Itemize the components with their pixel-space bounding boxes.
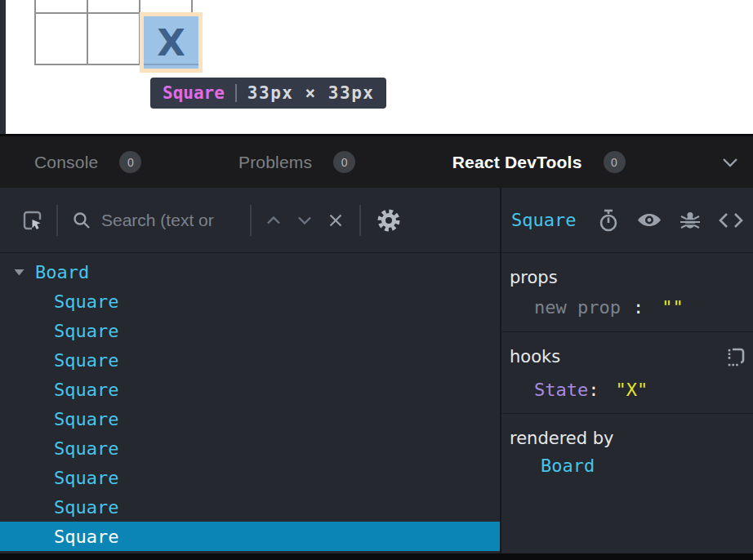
inspect-tooltip: Square 33px × 33px	[150, 78, 386, 109]
owner-link-board[interactable]: Board	[541, 456, 595, 476]
tree-row-square[interactable]: Square	[0, 492, 500, 522]
tab[interactable]: React DevTools 0	[452, 151, 626, 173]
tree-row-label: Square	[54, 438, 118, 459]
eye-inspect-dom-icon[interactable]	[637, 211, 662, 229]
bottom-strip	[0, 553, 753, 560]
tree-row-label: Square	[54, 291, 118, 312]
tooltip-component-name: Square	[163, 83, 225, 103]
new-prop-value-input[interactable]: ""	[662, 297, 684, 318]
tree-row-square[interactable]: Square	[0, 287, 500, 316]
tree-row-label: Square	[54, 409, 118, 429]
new-prop-row: new prop : ""	[510, 297, 743, 318]
tree-row-label: Square	[54, 321, 118, 341]
tree-row-board[interactable]: Board	[0, 257, 500, 287]
expand-triangle-icon[interactable]	[14, 269, 25, 276]
hook-value-input[interactable]: "X"	[615, 380, 648, 400]
bug-log-icon[interactable]	[679, 210, 701, 231]
hooks-section-title: hooks	[510, 347, 743, 367]
search-icon	[72, 211, 91, 230]
parse-hook-names-icon[interactable]	[725, 346, 746, 367]
rendered-by-section: rendered by Board	[501, 414, 753, 553]
tab[interactable]: Problems 0	[238, 151, 355, 173]
hook-name: State	[534, 380, 588, 400]
search-input[interactable]	[101, 211, 250, 230]
react-devtools-panel: Board Square Square Square	[0, 188, 753, 553]
collapse-panel-chevron-icon[interactable]	[722, 158, 738, 167]
cell-value: X	[157, 21, 185, 64]
prop-colon: :	[633, 297, 644, 318]
hook-colon: :	[588, 380, 599, 400]
screen: X Square 33px × 33px Console 0 Problems …	[0, 0, 753, 560]
board-cell[interactable]	[87, 13, 140, 64]
tree-children: Square Square Square Square	[0, 287, 500, 551]
board-cell[interactable]	[35, 0, 87, 13]
tooltip-divider	[235, 84, 237, 102]
tab-badge: 0	[119, 151, 141, 173]
tree-row-label: Board	[35, 262, 89, 282]
inspected-page: X Square 33px × 33px	[0, 0, 753, 134]
owner-row: Board	[510, 456, 743, 476]
board-cell[interactable]	[140, 0, 192, 13]
code-view-source-icon[interactable]	[719, 212, 743, 229]
components-tree-panel: Board Square Square Square	[0, 188, 501, 553]
settings-gear-icon[interactable]	[376, 207, 402, 233]
tree-row-square[interactable]: Square	[0, 316, 500, 345]
state-hook-row: State: "X"	[510, 380, 743, 400]
tree-row-square[interactable]: Square	[0, 522, 500, 551]
component-inspector-panel: Square	[501, 188, 753, 553]
tree-row-square[interactable]: Square	[0, 433, 500, 463]
props-section: props new prop : ""	[501, 253, 753, 332]
devtools-tab-bar: Console 0 Problems 0 React DevTools 0	[0, 134, 753, 188]
tab-label: Problems	[238, 153, 312, 172]
board-cell[interactable]	[87, 0, 140, 13]
tree-row-label: Square	[54, 380, 118, 400]
window-edge	[0, 0, 6, 134]
tab-label: React DevTools	[452, 153, 582, 172]
next-match-chevron-down-icon[interactable]	[297, 216, 312, 225]
tab-label: Console	[34, 153, 98, 172]
selected-component-title: Square	[511, 210, 576, 230]
tree-row-label: Square	[54, 350, 118, 371]
tooltip-dimensions: 33px × 33px	[247, 83, 375, 103]
tree-row-square[interactable]: Square	[0, 404, 500, 433]
tree-row-square[interactable]: Square	[0, 375, 500, 404]
tab[interactable]: Console 0	[34, 151, 141, 173]
inspector-toolbar-icons	[598, 209, 743, 232]
hooks-section: hooks State: "X"	[501, 332, 753, 414]
component-tree: Board Square Square Square	[0, 253, 500, 553]
tree-row-label: Square	[54, 527, 118, 547]
new-prop-name-input[interactable]: new prop	[534, 297, 621, 318]
board-cell[interactable]	[35, 13, 87, 64]
inspect-highlight-overlay: X	[140, 12, 203, 73]
tree-row-label: Square	[54, 497, 118, 518]
clear-search-x-icon[interactable]	[328, 213, 343, 228]
tree-row-label: Square	[54, 468, 118, 488]
inspected-square-cell[interactable]: X	[144, 16, 198, 69]
tree-row-square[interactable]: Square	[0, 345, 500, 375]
inspect-element-icon[interactable]	[22, 210, 43, 231]
previous-match-chevron-up-icon[interactable]	[266, 216, 281, 225]
stopwatch-suspense-icon[interactable]	[598, 209, 619, 232]
props-section-title: props	[510, 268, 743, 287]
tree-toolbar	[0, 188, 500, 253]
inspector-toolbar: Square	[501, 188, 753, 253]
toolbar-divider	[250, 205, 252, 236]
rendered-by-title: rendered by	[510, 429, 743, 448]
tab-badge: 0	[604, 151, 626, 173]
toolbar-divider	[56, 205, 58, 236]
tree-row-square[interactable]: Square	[0, 463, 500, 492]
toolbar-divider	[359, 205, 361, 236]
tab-badge: 0	[333, 151, 355, 173]
